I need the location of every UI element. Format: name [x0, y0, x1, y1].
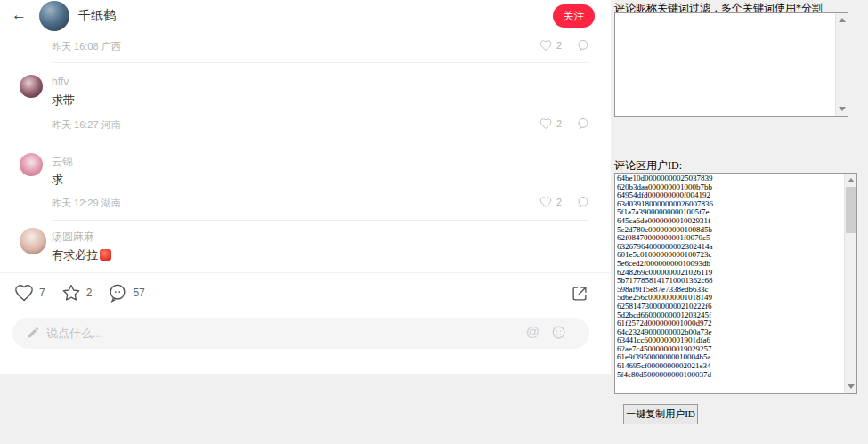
scraper-side-panel: 评论昵称关键词过滤，多个关键词使用*分割 评论区用户ID: 64be10d000… [611, 0, 868, 444]
commenter-name[interactable]: 云锦 [52, 155, 73, 170]
post-header: ← 千纸鹤 关注 [0, 0, 611, 36]
comment-input[interactable]: 说点什么... @ [12, 318, 589, 349]
user-id-textarea[interactable]: 64be10d00000000025037839 620b3daa0000000… [615, 174, 844, 393]
like-heart-icon[interactable] [539, 196, 552, 208]
author-comment-actions: 2 [539, 39, 589, 52]
like-count: 2 [556, 40, 562, 51]
divider [52, 62, 589, 63]
star-icon [61, 283, 81, 303]
reply-bubble-icon[interactable] [577, 196, 589, 208]
commenter-name[interactable]: hffv [52, 76, 69, 88]
divider [52, 141, 589, 141]
comment-meta: 昨天 16:27 河南 [52, 118, 121, 132]
like-count: 2 [556, 197, 562, 207]
note-collect-count: 2 [86, 287, 93, 299]
comment-text: 求 [52, 172, 63, 188]
emoji-smiley-icon[interactable] [551, 325, 566, 343]
comment-action[interactable]: 57 [108, 283, 144, 303]
note-like-count: 7 [39, 287, 45, 299]
comment-text: 求带 [52, 93, 75, 109]
collect-action[interactable]: 2 [61, 283, 93, 303]
red-sticker-emoji-icon [100, 249, 111, 261]
comment-actions: 2 [539, 196, 589, 208]
author-username[interactable]: 千纸鹤 [78, 8, 116, 24]
commenter-avatar[interactable] [20, 75, 43, 98]
chat-bubble-icon [108, 283, 127, 303]
back-arrow-icon[interactable]: ← [12, 6, 27, 24]
author-comment-meta: 昨天 16:08 广西 [52, 40, 121, 53]
comment-text: 有求必拉 [52, 247, 111, 263]
scrollbar [835, 13, 848, 116]
like-heart-icon[interactable] [539, 117, 552, 130]
author-avatar[interactable] [39, 1, 69, 31]
keyword-filter-box [614, 12, 848, 117]
mention-at-icon[interactable]: @ [526, 324, 539, 339]
share-icon[interactable] [570, 284, 589, 307]
user-id-box: 64be10d00000000025037839 620b3daa0000000… [614, 173, 857, 394]
scrollbar [844, 174, 856, 393]
user-id-label: 评论区用户ID: [614, 158, 682, 174]
reply-bubble-icon[interactable] [577, 39, 589, 52]
app-window: ← 千纸鹤 关注 昨天 16:08 广西 2 hffv 求带 昨天 16:27 … [0, 0, 868, 444]
like-count: 2 [556, 118, 562, 129]
embedded-browser-view: ← 千纸鹤 关注 昨天 16:08 广西 2 hffv 求带 昨天 16:27 … [0, 0, 611, 374]
heart-icon [14, 283, 34, 303]
divider [52, 220, 589, 221]
keyword-filter-textarea[interactable] [615, 13, 835, 116]
comment-input-placeholder: 说点什么... [46, 326, 102, 342]
divider [0, 272, 611, 273]
commenter-avatar[interactable] [20, 228, 46, 254]
note-action-bar: 7 2 57 [14, 283, 154, 303]
scroll-down-button[interactable] [845, 381, 857, 393]
copy-user-ids-button[interactable]: 一键复制用户ID [623, 404, 698, 424]
follow-button[interactable]: 关注 [553, 4, 595, 28]
like-heart-icon[interactable] [539, 39, 552, 52]
pencil-icon [27, 326, 40, 343]
comment-actions: 2 [539, 117, 589, 130]
scrollbar-thumb[interactable] [846, 187, 856, 233]
scroll-down-button[interactable] [836, 103, 848, 116]
commenter-name[interactable]: 汤圆麻麻 [52, 230, 94, 245]
scroll-up-button[interactable] [836, 13, 848, 26]
like-action[interactable]: 7 [14, 283, 45, 303]
scroll-up-button[interactable] [845, 174, 857, 186]
reply-bubble-icon[interactable] [577, 117, 589, 130]
commenter-avatar[interactable] [20, 153, 43, 176]
note-comment-count: 57 [133, 287, 144, 299]
comment-meta: 昨天 12:29 湖南 [52, 197, 121, 210]
